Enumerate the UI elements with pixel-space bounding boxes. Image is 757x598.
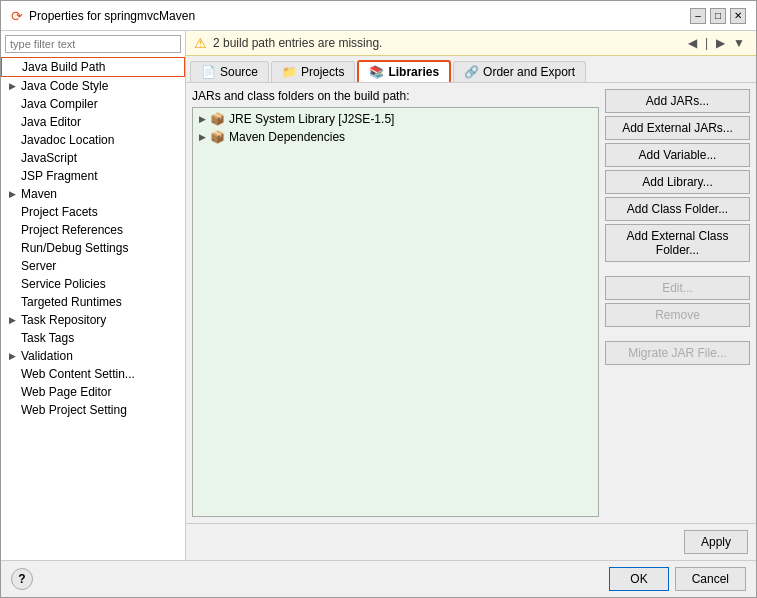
sidebar-item-task-tags[interactable]: Task Tags xyxy=(1,329,185,347)
remove-button[interactable]: Remove xyxy=(605,303,750,327)
sidebar-item-project-facets[interactable]: Project Facets xyxy=(1,203,185,221)
sidebar: Java Build Path ▶ Java Code Style Java C… xyxy=(1,31,186,560)
warning-text: 2 build path entries are missing. xyxy=(213,36,382,50)
ok-button[interactable]: OK xyxy=(609,567,668,591)
nav-dropdown-button[interactable]: ▼ xyxy=(730,35,748,51)
window-controls: – □ ✕ xyxy=(690,8,746,24)
filter-input[interactable] xyxy=(5,35,181,53)
sidebar-item-targeted-runtimes[interactable]: Targeted Runtimes xyxy=(1,293,185,311)
title-bar-left: ⟳ Properties for springmvcMaven xyxy=(11,8,195,24)
dialog-body: Java Build Path ▶ Java Code Style Java C… xyxy=(1,31,756,560)
lib-expand-arrow: ▶ xyxy=(199,132,206,142)
sidebar-item-java-build-path[interactable]: Java Build Path xyxy=(1,57,185,77)
sidebar-item-web-page-editor[interactable]: Web Page Editor xyxy=(1,383,185,401)
tab-projects[interactable]: 📁 Projects xyxy=(271,61,355,82)
jar-icon: 📦 xyxy=(210,112,225,126)
tab-source[interactable]: 📄 Source xyxy=(190,61,269,82)
list-item[interactable]: ▶ 📦 JRE System Library [J2SE-1.5] xyxy=(195,110,596,128)
sidebar-item-web-content-settings[interactable]: Web Content Settin... xyxy=(1,365,185,383)
warning-icon: ⚠ xyxy=(194,35,207,51)
libraries-list[interactable]: ▶ 📦 JRE System Library [J2SE-1.5] ▶ 📦 Ma… xyxy=(192,107,599,517)
sidebar-item-java-compiler[interactable]: Java Compiler xyxy=(1,95,185,113)
navigation-arrows: ◀ | ▶ ▼ xyxy=(685,35,748,51)
footer-right: OK Cancel xyxy=(609,567,746,591)
dialog-title: Properties for springmvcMaven xyxy=(29,9,195,23)
lib-expand-arrow: ▶ xyxy=(199,114,206,124)
content-panel: ⚠ 2 build path entries are missing. ◀ | … xyxy=(186,31,756,560)
eclipse-icon: ⟳ xyxy=(11,8,23,24)
panel-label: JARs and class folders on the build path… xyxy=(192,89,599,103)
sidebar-item-maven[interactable]: ▶ Maven xyxy=(1,185,185,203)
apply-button[interactable]: Apply xyxy=(684,530,748,554)
add-variable-button[interactable]: Add Variable... xyxy=(605,143,750,167)
cancel-button[interactable]: Cancel xyxy=(675,567,746,591)
sidebar-item-service-policies[interactable]: Service Policies xyxy=(1,275,185,293)
nav-back-button[interactable]: ◀ xyxy=(685,35,700,51)
sidebar-item-run-debug[interactable]: Run/Debug Settings xyxy=(1,239,185,257)
order-export-tab-icon: 🔗 xyxy=(464,65,479,79)
action-buttons-panel: Add JARs... Add External JARs... Add Var… xyxy=(605,89,750,517)
footer-left: ? xyxy=(11,568,33,590)
edit-button[interactable]: Edit... xyxy=(605,276,750,300)
nav-forward-button[interactable]: ▶ xyxy=(713,35,728,51)
apply-bar: Apply xyxy=(186,523,756,560)
close-button[interactable]: ✕ xyxy=(730,8,746,24)
sidebar-item-java-editor[interactable]: Java Editor xyxy=(1,113,185,131)
main-area: JARs and class folders on the build path… xyxy=(186,83,756,523)
projects-tab-icon: 📁 xyxy=(282,65,297,79)
add-external-jars-button[interactable]: Add External JARs... xyxy=(605,116,750,140)
nav-separator: | xyxy=(702,35,711,51)
dialog-footer: ? OK Cancel xyxy=(1,560,756,597)
sidebar-item-web-project-setting[interactable]: Web Project Setting xyxy=(1,401,185,419)
sidebar-list: Java Build Path ▶ Java Code Style Java C… xyxy=(1,57,185,560)
add-library-button[interactable]: Add Library... xyxy=(605,170,750,194)
tabs-bar: 📄 Source 📁 Projects 📚 Libraries 🔗 Order … xyxy=(186,56,756,83)
sidebar-item-validation[interactable]: ▶ Validation xyxy=(1,347,185,365)
sidebar-item-javadoc-location[interactable]: Javadoc Location xyxy=(1,131,185,149)
migrate-jar-button[interactable]: Migrate JAR File... xyxy=(605,341,750,365)
sidebar-item-javascript[interactable]: JavaScript xyxy=(1,149,185,167)
sidebar-item-jsp-fragment[interactable]: JSP Fragment xyxy=(1,167,185,185)
sidebar-item-project-references[interactable]: Project References xyxy=(1,221,185,239)
help-button[interactable]: ? xyxy=(11,568,33,590)
arrow-icon: ▶ xyxy=(9,81,19,91)
list-item[interactable]: ▶ 📦 Maven Dependencies xyxy=(195,128,596,146)
tab-order-export[interactable]: 🔗 Order and Export xyxy=(453,61,586,82)
add-class-folder-button[interactable]: Add Class Folder... xyxy=(605,197,750,221)
libraries-tab-icon: 📚 xyxy=(369,65,384,79)
maximize-button[interactable]: □ xyxy=(710,8,726,24)
sidebar-item-java-code-style[interactable]: ▶ Java Code Style xyxy=(1,77,185,95)
sidebar-item-server[interactable]: Server xyxy=(1,257,185,275)
tab-libraries[interactable]: 📚 Libraries xyxy=(357,60,451,82)
properties-dialog: ⟳ Properties for springmvcMaven – □ ✕ Ja… xyxy=(0,0,757,598)
lib-label: Maven Dependencies xyxy=(229,130,345,144)
add-jars-button[interactable]: Add JARs... xyxy=(605,89,750,113)
libraries-panel: JARs and class folders on the build path… xyxy=(192,89,599,517)
sidebar-item-task-repository[interactable]: ▶ Task Repository xyxy=(1,311,185,329)
minimize-button[interactable]: – xyxy=(690,8,706,24)
jar-icon: 📦 xyxy=(210,130,225,144)
add-external-class-folder-button[interactable]: Add External Class Folder... xyxy=(605,224,750,262)
arrow-icon: ▶ xyxy=(9,189,19,199)
lib-label: JRE System Library [J2SE-1.5] xyxy=(229,112,394,126)
warning-bar: ⚠ 2 build path entries are missing. ◀ | … xyxy=(186,31,756,56)
arrow-icon: ▶ xyxy=(9,351,19,361)
arrow-icon: ▶ xyxy=(9,315,19,325)
source-tab-icon: 📄 xyxy=(201,65,216,79)
title-bar: ⟳ Properties for springmvcMaven – □ ✕ xyxy=(1,1,756,31)
